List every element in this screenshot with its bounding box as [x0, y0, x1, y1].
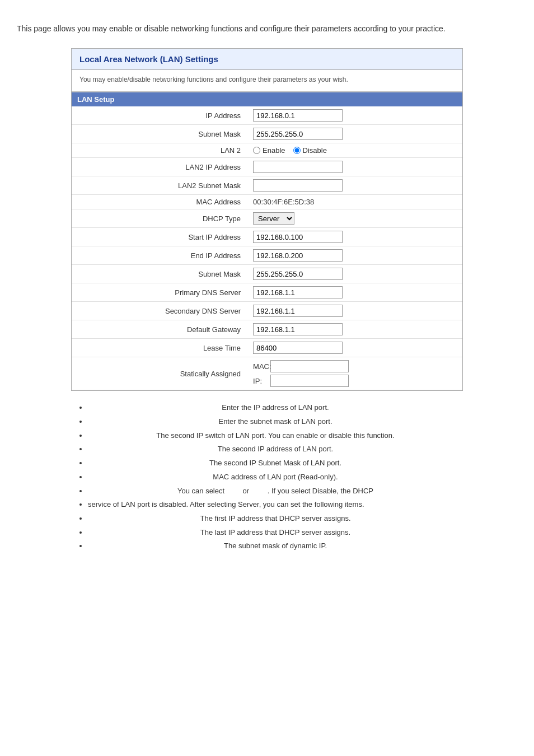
subnet-mask-row: Subnet Mask	[72, 125, 462, 143]
start-ip-input[interactable]	[253, 231, 343, 243]
lease-time-value	[247, 339, 462, 357]
bullet-9: The first IP address that DHCP server as…	[88, 512, 463, 526]
statically-assigned-value: MAC: IP:	[247, 357, 462, 390]
mac-address-row: MAC Address 00:30:4F:6E:5D:38	[72, 195, 462, 209]
intro-text: This page allows you may enable or disab…	[17, 22, 517, 35]
mac-ip-group: MAC: IP:	[253, 360, 457, 387]
lan2-subnet-input[interactable]	[253, 179, 343, 192]
bullet-3: The second IP switch of LAN port. You ca…	[88, 429, 463, 443]
ip-input[interactable]	[270, 375, 349, 387]
panel-subtext: You may enable/disable networking functi…	[72, 70, 462, 92]
dhcp-type-select[interactable]: Server Disable	[253, 212, 294, 225]
form-table: IP Address Subnet Mask LAN 2 Enable	[72, 106, 462, 390]
lan2-enable-text: Enable	[263, 146, 285, 155]
bullets-section: Enter the IP address of LAN port. Enter …	[71, 401, 463, 553]
subnet-mask2-value	[247, 265, 462, 283]
dhcp-type-label: DHCP Type	[72, 209, 247, 228]
mac-input[interactable]	[270, 360, 349, 372]
bullet-10: The last IP address that DHCP server ass…	[88, 526, 463, 540]
start-ip-label: Start IP Address	[72, 228, 247, 246]
lan2-subnet-value	[247, 176, 462, 195]
mac-label: MAC:	[253, 362, 267, 371]
bullet-5: The second IP Subnet Mask of LAN port.	[88, 456, 463, 470]
lan2-ip-input[interactable]	[253, 161, 343, 173]
primary-dns-row: Primary DNS Server	[72, 283, 462, 302]
bullet-6: MAC address of LAN port (Read-only).	[88, 470, 463, 484]
mac-row: MAC:	[253, 360, 457, 372]
ip-row: IP:	[253, 375, 457, 387]
bullet-8: service of LAN port is disabled. After s…	[88, 498, 463, 512]
lan-settings-panel: Local Area Network (LAN) Settings You ma…	[71, 48, 463, 391]
secondary-dns-input[interactable]	[253, 305, 343, 317]
lan2-subnet-label: LAN2 Subnet Mask	[72, 176, 247, 195]
end-ip-row: End IP Address	[72, 246, 462, 265]
secondary-dns-value	[247, 302, 462, 320]
lan2-label: LAN 2	[72, 143, 247, 158]
ip-address-value	[247, 106, 462, 125]
subnet-mask2-label: Subnet Mask	[72, 265, 247, 283]
default-gateway-input[interactable]	[253, 323, 343, 335]
lan2-disable-label[interactable]: Disable	[293, 146, 327, 155]
secondary-dns-row: Secondary DNS Server	[72, 302, 462, 320]
panel-header: Local Area Network (LAN) Settings	[72, 49, 462, 70]
primary-dns-label: Primary DNS Server	[72, 283, 247, 302]
subnet-mask2-row: Subnet Mask	[72, 265, 462, 283]
dhcp-type-value: Server Disable	[247, 209, 462, 228]
section-header: LAN Setup	[72, 92, 462, 106]
subnet-mask-value	[247, 125, 462, 143]
bullet-7: You can select or . If you select Disabl…	[88, 484, 463, 498]
ip-address-row: IP Address	[72, 106, 462, 125]
primary-dns-value	[247, 283, 462, 302]
ip-label: IP:	[253, 377, 267, 385]
lease-time-row: Lease Time	[72, 339, 462, 357]
start-ip-value	[247, 228, 462, 246]
mac-address-text: 00:30:4F:6E:5D:38	[253, 198, 314, 206]
dhcp-type-row: DHCP Type Server Disable	[72, 209, 462, 228]
lan2-ip-value	[247, 158, 462, 176]
lan2-radio-group: Enable Disable	[247, 143, 462, 158]
bullet-4: The second IP address of LAN port.	[88, 442, 463, 456]
lan2-ip-label: LAN2 IP Address	[72, 158, 247, 176]
statically-assigned-row: Statically Assigned MAC: IP:	[72, 357, 462, 390]
lease-time-label: Lease Time	[72, 339, 247, 357]
mac-address-label: MAC Address	[72, 195, 247, 209]
end-ip-label: End IP Address	[72, 246, 247, 265]
start-ip-row: Start IP Address	[72, 228, 462, 246]
ip-address-label: IP Address	[72, 106, 247, 125]
lan2-enable-label[interactable]: Enable	[253, 146, 285, 155]
end-ip-input[interactable]	[253, 249, 343, 262]
panel-title: Local Area Network (LAN) Settings	[79, 54, 455, 64]
subnet-mask-label: Subnet Mask	[72, 125, 247, 143]
lan2-enable-radio[interactable]	[253, 147, 260, 154]
subnet-mask-input[interactable]	[253, 128, 343, 140]
secondary-dns-label: Secondary DNS Server	[72, 302, 247, 320]
lan2-ip-row: LAN2 IP Address	[72, 158, 462, 176]
bullet-1: Enter the IP address of LAN port.	[88, 401, 463, 415]
bullet-2: Enter the subnet mask of LAN port.	[88, 415, 463, 429]
lan2-subnet-row: LAN2 Subnet Mask	[72, 176, 462, 195]
lan2-disable-radio[interactable]	[293, 147, 301, 154]
ip-address-input[interactable]	[253, 109, 343, 122]
default-gateway-row: Default Gateway	[72, 320, 462, 339]
default-gateway-label: Default Gateway	[72, 320, 247, 339]
lan2-disable-text: Disable	[303, 146, 327, 155]
end-ip-value	[247, 246, 462, 265]
bullet-11: The subnet mask of dynamic IP.	[88, 539, 463, 553]
statically-assigned-label: Statically Assigned	[72, 357, 247, 390]
lan2-row: LAN 2 Enable Disable	[72, 143, 462, 158]
subnet-mask2-input[interactable]	[253, 268, 343, 280]
primary-dns-input[interactable]	[253, 286, 343, 298]
lease-time-input[interactable]	[253, 342, 343, 354]
default-gateway-value	[247, 320, 462, 339]
bullets-list: Enter the IP address of LAN port. Enter …	[71, 401, 463, 553]
mac-address-value: 00:30:4F:6E:5D:38	[247, 195, 462, 209]
